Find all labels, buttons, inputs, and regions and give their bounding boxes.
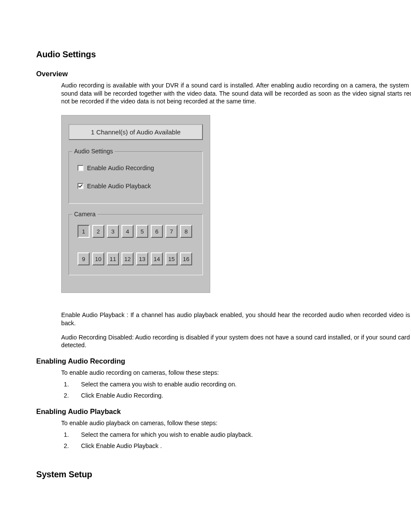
enable-audio-recording-row[interactable]: Enable Audio Recording [76, 162, 196, 174]
recording-intro: To enable audio recording on cameras, fo… [61, 369, 411, 377]
enable-audio-playback-label: Enable Audio Playback [87, 183, 151, 190]
recording-steps-list: 1.Select the camera you wish to enable a… [53, 380, 411, 400]
camera-button-15[interactable]: 15 [165, 252, 177, 265]
list-item: 1.Select the camera you wish to enable a… [72, 380, 411, 388]
audio-settings-group: Audio Settings Enable Audio Recording En… [68, 151, 203, 204]
heading-overview: Overview [36, 70, 411, 78]
playback-note: Enable Audio Playback : If a channel has… [61, 311, 411, 327]
heading-system-setup: System Setup [36, 470, 411, 479]
list-item: 2.Click Enable Audio Recording. [72, 392, 411, 399]
camera-button-16[interactable]: 16 [180, 252, 192, 265]
camera-button-5[interactable]: 5 [136, 225, 148, 238]
camera-button-10[interactable]: 10 [92, 252, 104, 265]
heading-enabling-playback: Enabling Audio Playback [36, 408, 411, 416]
camera-button-3[interactable]: 3 [107, 225, 119, 238]
audio-settings-dialog: 1 Channel(s) of Audio Available Audio Se… [61, 115, 210, 293]
camera-button-4[interactable]: 4 [121, 225, 134, 238]
camera-button-2[interactable]: 2 [92, 225, 104, 238]
audio-settings-legend: Audio Settings [72, 148, 115, 155]
audio-channels-banner: 1 Channel(s) of Audio Available [68, 124, 203, 140]
enable-audio-recording-checkbox[interactable] [78, 165, 84, 171]
list-item: 2.Click Enable Audio Playback . [72, 442, 411, 450]
list-item: 1.Select the camera for which you wish t… [72, 431, 411, 439]
camera-button-7[interactable]: 7 [165, 225, 177, 238]
camera-button-6[interactable]: 6 [151, 225, 163, 238]
heading-audio-settings: Audio Settings [36, 50, 411, 59]
camera-group: Camera 12345678910111213141516 [68, 214, 203, 275]
playback-steps-list: 1.Select the camera for which you wish t… [53, 431, 411, 450]
enable-audio-playback-row[interactable]: Enable Audio Playback [76, 180, 196, 192]
camera-button-grid: 12345678910111213141516 [76, 225, 196, 265]
overview-paragraph: Audio recording is available with your D… [61, 81, 411, 106]
camera-legend: Camera [72, 211, 97, 218]
camera-button-1[interactable]: 1 [78, 225, 90, 238]
camera-button-13[interactable]: 13 [136, 252, 148, 265]
enable-audio-recording-label: Enable Audio Recording [87, 165, 154, 171]
playback-intro: To enable audio playback on cameras, fol… [61, 419, 411, 427]
camera-button-8[interactable]: 8 [180, 225, 192, 238]
camera-button-9[interactable]: 9 [78, 252, 90, 265]
disabled-note: Audio Recording Disabled: Audio recordin… [61, 333, 411, 349]
enable-audio-playback-checkbox[interactable] [78, 183, 84, 189]
camera-button-14[interactable]: 14 [151, 252, 163, 265]
heading-enabling-recording: Enabling Audio Recording [36, 357, 411, 365]
camera-button-12[interactable]: 12 [121, 252, 134, 265]
camera-button-11[interactable]: 11 [107, 252, 119, 265]
